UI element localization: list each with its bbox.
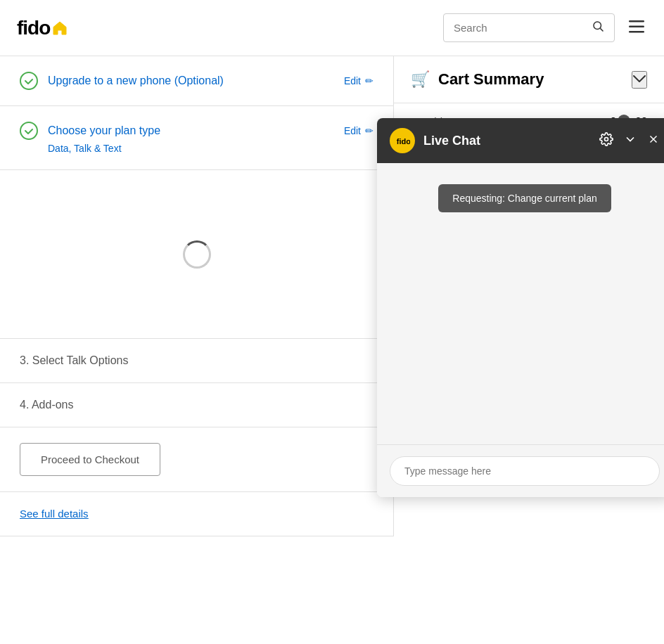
live-chat-header-left: fido Live Chat — [390, 128, 480, 153]
cart-icon: 🛒 — [411, 70, 430, 89]
step-2-edit-label: Edit — [344, 125, 361, 136]
house-icon — [51, 20, 68, 37]
live-chat-footer — [377, 444, 664, 497]
live-chat-body: Requesting: Change current plan — [377, 163, 664, 444]
svg-point-6 — [605, 137, 608, 141]
step-2-left: Choose your plan type — [20, 122, 160, 140]
header: fido — [0, 0, 664, 56]
cart-collapse-button[interactable] — [632, 71, 647, 89]
svg-text:fido: fido — [397, 137, 410, 146]
live-chat-header: fido Live Chat — [377, 118, 664, 163]
cart-summary-title: Cart Summary — [438, 70, 544, 89]
step-1-title: Upgrade to a new phone (Optional) — [48, 75, 224, 87]
step-4-title: 4. Add-ons — [20, 399, 74, 411]
step-2-subtitle: Data, Talk & Text — [48, 143, 374, 154]
search-input[interactable] — [454, 22, 589, 34]
svg-rect-3 — [629, 25, 644, 27]
checkout-button[interactable]: Proceed to Checkout — [20, 443, 160, 476]
cart-summary-left: 🛒 Cart Summary — [411, 70, 544, 89]
chat-message-input[interactable] — [390, 456, 660, 486]
search-button[interactable] — [592, 20, 604, 36]
checkout-area: Proceed to Checkout — [0, 427, 393, 492]
chat-request-badge: Requesting: Change current plan — [438, 184, 611, 212]
logo-text: fido — [17, 17, 50, 39]
header-controls — [443, 13, 647, 42]
step-2-edit-link[interactable]: Edit ✏ — [344, 125, 374, 136]
live-chat-title: Live Chat — [423, 134, 480, 148]
right-panel: 🛒 Cart Summary Monthly Fees $ 0 .00 — [394, 56, 664, 536]
step-4: 4. Add-ons — [0, 383, 393, 427]
svg-point-0 — [594, 22, 601, 30]
svg-rect-4 — [629, 31, 644, 33]
step-2-title: Choose your plan type — [48, 124, 160, 136]
step-1-edit-link[interactable]: Edit ✏ — [344, 75, 374, 86]
cart-summary-header: 🛒 Cart Summary — [394, 56, 664, 103]
pencil-icon-1: ✏ — [365, 75, 374, 86]
step-1-edit-label: Edit — [344, 75, 361, 86]
chat-close-button[interactable] — [647, 133, 660, 149]
see-details-link[interactable]: See full details — [20, 508, 89, 520]
step-1: Upgrade to a new phone (Optional) Edit ✏ — [0, 56, 393, 106]
loading-spinner — [183, 240, 211, 269]
step-2-title-group: Choose your plan type — [48, 124, 160, 137]
left-panel: Upgrade to a new phone (Optional) Edit ✏ — [0, 56, 394, 536]
pencil-icon-2: ✏ — [365, 125, 374, 136]
search-box[interactable] — [443, 13, 615, 42]
svg-rect-2 — [629, 20, 644, 22]
live-chat-controls — [599, 132, 660, 150]
step-1-left: Upgrade to a new phone (Optional) — [20, 72, 224, 90]
loading-area — [0, 170, 393, 339]
step-2-check-icon — [20, 122, 38, 140]
step-1-check-icon — [20, 72, 38, 90]
step-1-header: Upgrade to a new phone (Optional) Edit ✏ — [20, 72, 374, 90]
menu-button[interactable] — [626, 16, 647, 40]
main-layout: Upgrade to a new phone (Optional) Edit ✏ — [0, 56, 664, 536]
chat-settings-button[interactable] — [599, 132, 613, 150]
see-details-area: See full details — [0, 492, 393, 536]
fido-chat-logo: fido — [390, 128, 415, 153]
see-details-text: See full details — [20, 508, 89, 520]
chat-minimize-button[interactable] — [623, 132, 637, 150]
svg-line-1 — [600, 28, 603, 31]
step-3-title: 3. Select Talk Options — [20, 354, 128, 366]
step-3: 3. Select Talk Options — [0, 339, 393, 383]
step-2-header: Choose your plan type Edit ✏ — [20, 122, 374, 140]
step-2: Choose your plan type Edit ✏ Data, Talk … — [0, 106, 393, 170]
logo: fido — [17, 17, 68, 39]
live-chat-overlay: fido Live Chat — [377, 118, 664, 497]
